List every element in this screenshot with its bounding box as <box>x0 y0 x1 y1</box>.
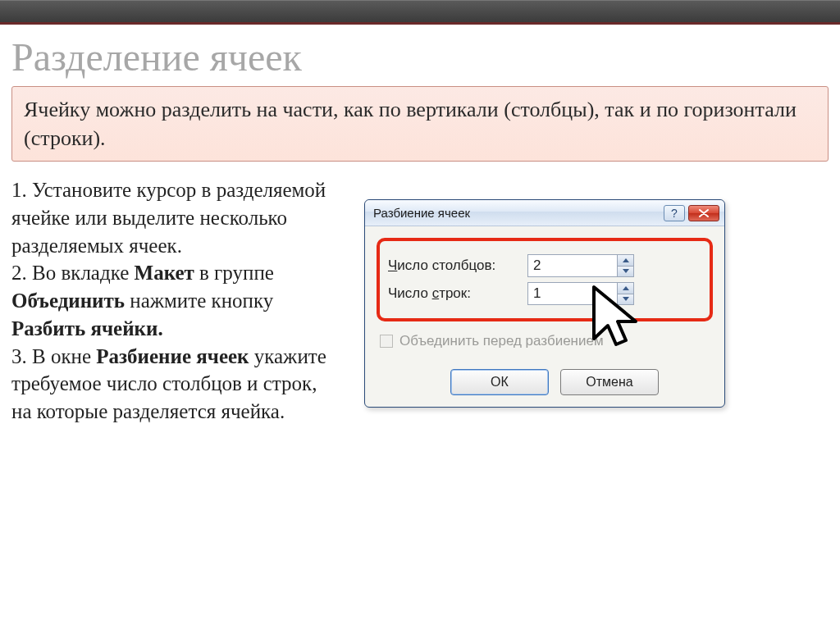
merge-before-row: Объединить перед разбиением <box>377 326 713 353</box>
ok-button[interactable]: ОК <box>450 369 549 395</box>
columns-label-rest: исло столбцов: <box>397 258 495 273</box>
ok-button-label: ОК <box>491 375 509 390</box>
step-2-c: в группе <box>194 262 274 284</box>
rows-up-button[interactable] <box>618 283 633 294</box>
columns-value: 2 <box>528 255 617 276</box>
chevron-down-icon <box>623 269 629 273</box>
content-row: 1. Установите курсор в разделяемой ячейк… <box>0 176 840 426</box>
step-3-b: Разбиение ячеек <box>96 345 249 367</box>
rows-spin-buttons <box>617 283 633 304</box>
step-2-a: 2. Во вкладке <box>11 262 135 284</box>
columns-spinner[interactable]: 2 <box>527 254 634 277</box>
dialog-body: Число столбцов: 2 Число строк: <box>365 226 724 362</box>
cancel-button-label: Отмена <box>586 375 632 390</box>
step-2-d: Объединить <box>11 289 125 312</box>
help-icon: ? <box>671 207 678 220</box>
columns-spin-buttons <box>617 255 633 276</box>
rows-down-button[interactable] <box>618 294 633 305</box>
dialog-buttons: ОК Отмена <box>439 362 724 407</box>
step-3-a: 3. В окне <box>11 345 96 367</box>
dialog-screenshot-area: Разбиение ячеек ? Число столбцов: <box>364 176 829 426</box>
instruction-steps: 1. Установите курсор в разделяемой ячейк… <box>11 176 340 426</box>
rows-label: Число строк: <box>388 285 527 302</box>
help-button[interactable]: ? <box>664 205 685 221</box>
rows-value: 1 <box>528 283 617 304</box>
merge-checkbox[interactable] <box>380 335 393 348</box>
close-icon <box>699 209 709 217</box>
split-cells-dialog: Разбиение ячеек ? Число столбцов: <box>364 199 725 408</box>
columns-label-underline: Ч <box>388 258 397 273</box>
step-2-e: нажмите кнопку <box>125 289 273 312</box>
rows-label-pre: Число <box>388 285 432 301</box>
slide-title: Разделение ячеек <box>0 25 840 86</box>
chevron-up-icon <box>623 286 629 290</box>
step-2-f: Разбить ячейки. <box>11 317 163 340</box>
rows-label-post: трок: <box>439 285 471 301</box>
rows-spinner[interactable]: 1 <box>527 282 634 305</box>
rows-row: Число строк: 1 <box>388 282 701 305</box>
highlight-box: Число столбцов: 2 Число строк: <box>377 238 713 321</box>
dialog-titlebar: Разбиение ячеек ? <box>365 200 724 226</box>
intro-callout: Ячейку можно разделить на части, как по … <box>11 86 829 162</box>
decorative-header-band <box>0 0 840 25</box>
cancel-button[interactable]: Отмена <box>560 369 659 395</box>
merge-checkbox-label: Объединить перед разбиением <box>399 333 604 349</box>
step-2-b: Макет <box>135 262 194 284</box>
dialog-title: Разбиение ячеек <box>373 206 664 220</box>
columns-down-button[interactable] <box>618 266 633 277</box>
close-button[interactable] <box>688 205 719 221</box>
chevron-down-icon <box>623 297 629 301</box>
step-1: 1. Установите курсор в разделяемой ячейк… <box>11 179 326 257</box>
rows-label-underline: с <box>432 285 440 301</box>
columns-label: Число столбцов: <box>388 258 527 274</box>
columns-row: Число столбцов: 2 <box>388 254 701 277</box>
columns-up-button[interactable] <box>618 255 633 266</box>
chevron-up-icon <box>623 258 629 262</box>
